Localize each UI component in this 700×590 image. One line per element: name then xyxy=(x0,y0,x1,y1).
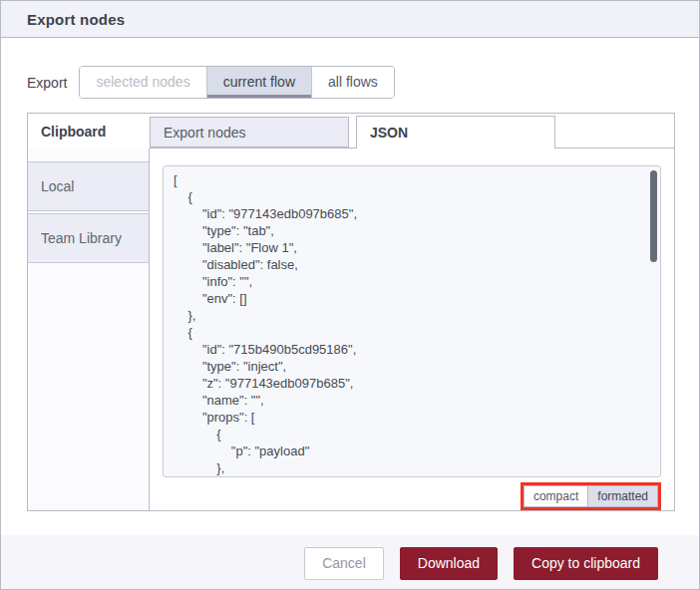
dialog-header: Export nodes xyxy=(1,1,699,38)
copy-to-clipboard-button[interactable]: Copy to clipboard xyxy=(514,547,658,580)
tabs-area: Export nodes JSON xyxy=(150,114,674,148)
sidebar-item-local[interactable]: Local xyxy=(28,161,149,211)
tab-json[interactable]: JSON xyxy=(356,116,555,148)
editor-scrollbar-thumb[interactable] xyxy=(650,170,657,262)
scope-all-flows-button[interactable]: all flows xyxy=(311,67,394,98)
tab-row: Clipboard Export nodes JSON xyxy=(28,114,674,148)
red-annotation-highlight: compact formatted xyxy=(521,482,661,510)
format-toggle-row: compact formatted xyxy=(163,482,661,510)
export-nodes-dialog: Export nodes Export selected nodes curre… xyxy=(0,0,700,590)
download-button[interactable]: Download xyxy=(400,547,498,580)
tab-content: Local Team Library [ { "id": "977143edb0… xyxy=(28,148,674,510)
export-scope-group: selected nodes current flow all flows xyxy=(79,66,394,99)
export-scope-row: Export selected nodes current flow all f… xyxy=(27,66,699,99)
formatted-button[interactable]: formatted xyxy=(588,485,658,507)
dialog-title: Export nodes xyxy=(27,11,125,28)
cancel-button[interactable]: Cancel xyxy=(304,547,384,580)
json-panel: [ { "id": "977143edb097b685", "type": "t… xyxy=(150,148,674,510)
json-editor-content[interactable]: [ { "id": "977143edb097b685", "type": "t… xyxy=(164,166,660,477)
tab-export-nodes[interactable]: Export nodes xyxy=(150,117,349,148)
sidebar-item-team-library[interactable]: Team Library xyxy=(28,213,149,263)
library-sidebar: Local Team Library xyxy=(28,148,150,510)
clipboard-section-label: Clipboard xyxy=(28,114,150,148)
dialog-footer: Cancel Download Copy to clipboard xyxy=(1,535,699,590)
scope-selected-nodes-button[interactable]: selected nodes xyxy=(80,67,205,98)
export-label: Export xyxy=(27,75,67,91)
scope-current-flow-button[interactable]: current flow xyxy=(206,67,311,98)
json-editor[interactable]: [ { "id": "977143edb097b685", "type": "t… xyxy=(163,165,661,477)
export-tab-container: Clipboard Export nodes JSON Local Team L… xyxy=(27,113,675,511)
compact-button[interactable]: compact xyxy=(524,485,588,507)
